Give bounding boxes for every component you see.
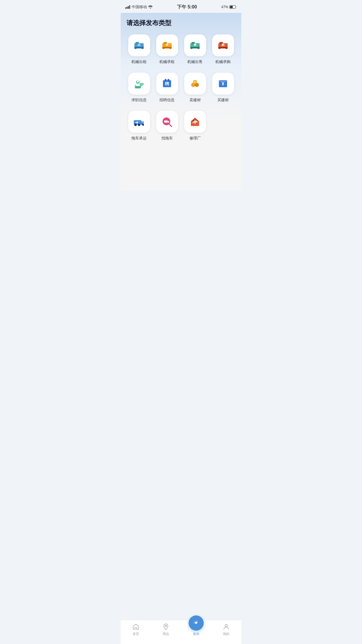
category-jixie-chushou[interactable]: 售 机械出售	[182, 34, 208, 64]
jixie-chuzhu-icon-wrapper: 出	[128, 34, 150, 56]
svg-point-46	[196, 84, 198, 86]
page-title: 请选择发布类型	[126, 19, 236, 27]
xiulichang-label: 修理厂	[189, 136, 201, 141]
status-carrier: 中国移动	[125, 4, 153, 10]
svg-point-63	[166, 122, 168, 123]
svg-rect-54	[225, 81, 226, 82]
category-qiuzhi[interactable]: 求职信息	[126, 73, 152, 103]
jixie-qiugou-label: 机械求购	[215, 59, 231, 64]
category-mai-jiancai[interactable]: 卖建材	[182, 73, 208, 103]
category-mai-jiancai2[interactable]: ¥ 买建材	[210, 73, 236, 103]
jixie-chushou-icon-wrapper: 售	[184, 34, 206, 56]
svg-rect-1	[127, 7, 128, 9]
qiuzhi-label: 求职信息	[131, 97, 147, 103]
svg-rect-34	[140, 84, 144, 85]
category-grid-row1: 出 机械出租 求 机械求租	[126, 34, 236, 64]
svg-point-45	[192, 84, 194, 86]
svg-point-56	[134, 124, 137, 126]
zhao-tuoche-label: 找拖车	[161, 136, 173, 141]
svg-rect-0	[125, 7, 126, 9]
svg-rect-33	[140, 83, 144, 84]
jixie-chuzhu-label: 机械出租	[131, 59, 147, 64]
svg-rect-52	[222, 81, 223, 82]
category-jixie-chuzhu[interactable]: 出 机械出租	[126, 34, 152, 64]
category-zhao-tuoche[interactable]: 找拖车	[154, 111, 180, 141]
svg-rect-23	[190, 47, 200, 48]
category-zhaopin[interactable]: 聘 招聘信息	[154, 73, 180, 103]
jixie-qiugou-icon-wrapper: 购	[212, 34, 234, 56]
svg-rect-11	[134, 47, 144, 48]
mai-jiancai-icon-wrapper	[184, 73, 206, 94]
svg-rect-51	[221, 81, 222, 82]
zhaopin-icon-wrapper: 聘	[156, 73, 178, 94]
mai-jiancai2-label: 买建材	[217, 97, 229, 103]
svg-text:¥: ¥	[222, 81, 224, 86]
svg-point-4	[150, 8, 151, 9]
svg-rect-53	[224, 81, 225, 82]
main-content: 请选择发布类型 出 机械出租	[121, 13, 241, 190]
svg-rect-29	[218, 47, 228, 48]
category-grid-row3: 拖车承运 找拖车	[126, 111, 236, 141]
status-battery: 47%	[221, 5, 237, 9]
svg-point-57	[138, 124, 140, 126]
qiuzhi-icon-wrapper	[128, 73, 150, 94]
svg-rect-17	[162, 47, 172, 48]
mai-jiancai2-icon-wrapper: ¥	[212, 73, 234, 94]
status-time: 下午 5:00	[177, 4, 197, 10]
tuoche-chengyun-label: 拖车承运	[131, 136, 147, 141]
svg-text:购: 购	[221, 43, 224, 46]
svg-rect-2	[128, 6, 129, 9]
jixie-qiuzhu-label: 机械求租	[159, 59, 175, 64]
category-xiulichang[interactable]: 修理厂	[182, 111, 208, 141]
jixie-chushou-label: 机械出售	[187, 59, 203, 64]
zhao-tuoche-icon-wrapper	[156, 111, 178, 133]
tuoche-chengyun-icon-wrapper	[128, 111, 150, 133]
jixie-qiuzhu-icon-wrapper: 求	[156, 34, 178, 56]
svg-text:售: 售	[194, 43, 196, 46]
category-jixie-qiuzhu[interactable]: 求 机械求租	[154, 34, 180, 64]
svg-point-65	[194, 121, 196, 123]
svg-rect-40	[168, 79, 169, 81]
svg-point-47	[194, 81, 196, 83]
svg-point-37	[137, 80, 139, 82]
svg-text:聘: 聘	[165, 81, 169, 86]
svg-point-58	[142, 124, 144, 126]
svg-rect-3	[129, 5, 130, 9]
svg-point-64	[168, 122, 169, 123]
zhaopin-label: 招聘信息	[159, 97, 175, 103]
category-tuoche-chengyun[interactable]: 拖车承运	[126, 111, 152, 141]
category-jixie-qiugou[interactable]: 购 机械求购	[210, 34, 236, 64]
svg-text:求: 求	[165, 43, 169, 46]
svg-point-62	[164, 122, 166, 123]
mai-jiancai-label: 卖建材	[189, 97, 201, 103]
xiulichang-icon-wrapper	[184, 111, 206, 133]
status-bar: 中国移动 下午 5:00 47%	[121, 0, 241, 13]
svg-rect-50	[219, 81, 220, 82]
svg-rect-39	[165, 79, 166, 81]
category-grid-row2: 求职信息 聘 招聘信息	[126, 73, 236, 103]
svg-text:出: 出	[138, 43, 140, 46]
svg-rect-6	[230, 6, 233, 8]
